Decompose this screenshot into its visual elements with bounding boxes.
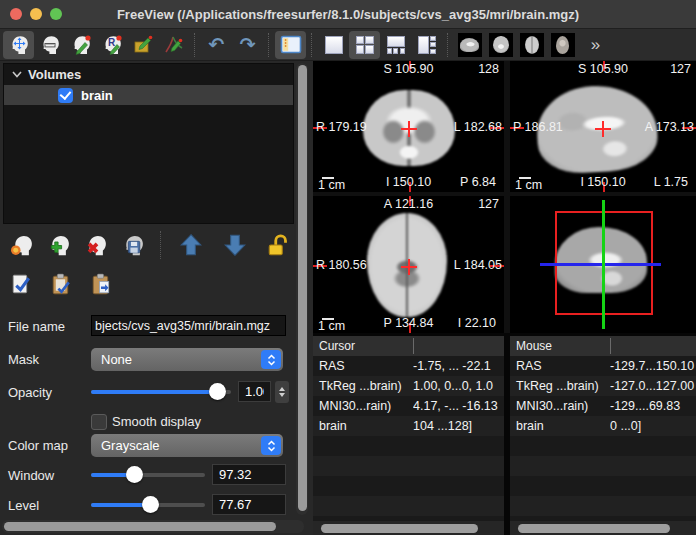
mouse-table-header[interactable]: Mouse — [510, 336, 696, 356]
opacity-slider-thumb[interactable] — [209, 383, 226, 400]
panel-toggle-icon — [279, 33, 303, 57]
close-volume-icon — [82, 232, 109, 259]
opacity-slider[interactable] — [91, 390, 231, 394]
close-button[interactable] — [10, 8, 22, 20]
sagittal-view-icon — [458, 33, 482, 57]
move-layer-down-button[interactable] — [219, 229, 251, 261]
file-name-input[interactable] — [91, 315, 286, 336]
save-volume-button[interactable] — [116, 229, 148, 261]
layout-1and3-side-button[interactable] — [411, 31, 442, 59]
voxel-edit-head-icon — [69, 33, 93, 57]
table-row: RAS-1.75, ... -22.1 — [313, 356, 504, 376]
slice-number: 127 — [670, 62, 691, 76]
coordinate-tables: Cursor RAS-1.75, ... -22.1 TkReg ...brai… — [313, 333, 696, 535]
table-row: brain104 ...128] — [313, 416, 504, 436]
cursor-table-scrollbar[interactable] — [313, 521, 504, 535]
level-value-input[interactable] — [212, 494, 286, 515]
mask-row: Mask None — [0, 348, 313, 372]
tree-group-volumes[interactable]: Volumes — [4, 64, 293, 85]
table-empty-rows — [313, 436, 504, 521]
move-layer-up-button[interactable] — [175, 229, 207, 261]
chevron-down-icon — [12, 71, 22, 78]
toggle-panel-button[interactable] — [275, 31, 306, 59]
redo-button[interactable]: ↷ — [232, 31, 263, 59]
table-row: TkReg ...brain)-127.0...127.00 — [510, 376, 696, 396]
scrollbar-thumb[interactable] — [321, 524, 478, 533]
opacity-stepper[interactable] — [275, 381, 289, 403]
path-edit-button[interactable] — [158, 31, 189, 59]
layout-1x1-button[interactable] — [318, 31, 349, 59]
roi-edit-button[interactable]: R — [96, 31, 127, 59]
tree-group-label: Volumes — [28, 67, 81, 82]
scale-label: 1 cm — [515, 178, 542, 192]
table-row: TkReg ...brain)1.00, 0...0, 1.0 — [313, 376, 504, 396]
point-set-edit-button[interactable] — [127, 31, 158, 59]
measure-button[interactable] — [34, 31, 65, 59]
close-volume-button[interactable] — [79, 229, 111, 261]
coord-anterior: A 173.13 — [645, 120, 694, 134]
window-label: Window — [8, 468, 54, 483]
view-3d[interactable] — [510, 196, 696, 333]
coord-right: R 179.19 — [316, 120, 367, 134]
minimize-button[interactable] — [30, 8, 42, 20]
lock-layer-button[interactable] — [263, 229, 295, 261]
show-all-layers-button[interactable] — [5, 268, 37, 300]
scrollbar-thumb[interactable] — [518, 524, 670, 533]
layer-actions-toolbar-2 — [0, 266, 313, 302]
navigate-button[interactable] — [3, 31, 34, 59]
toolbar-separator — [447, 33, 449, 57]
paste-settings-button[interactable] — [85, 268, 117, 300]
redo-icon: ↷ — [240, 35, 256, 54]
layout-2x2-button[interactable] — [349, 31, 380, 59]
window-slider-thumb[interactable] — [126, 466, 143, 483]
coord-superior: S 105.90 — [578, 62, 628, 76]
svg-text:R: R — [108, 37, 116, 48]
save-volume-icon — [119, 232, 146, 259]
coord-anterior: A 121.16 — [384, 197, 433, 211]
load-volume-button[interactable] — [5, 229, 37, 261]
level-slider[interactable] — [91, 503, 205, 507]
slice-line-green — [602, 200, 605, 329]
view-axial[interactable]: A 121.16 127 R 180.56 L 184.05 P 134.84 … — [313, 196, 504, 333]
scale-label: 1 cm — [318, 319, 345, 333]
cursor-table-header[interactable]: Cursor — [313, 336, 504, 356]
opacity-value-input[interactable] — [238, 381, 271, 402]
window-value-input[interactable] — [212, 464, 286, 485]
path-edit-icon — [162, 33, 186, 57]
slice-line-blue — [540, 263, 661, 266]
3d-view-button[interactable] — [547, 31, 578, 59]
new-volume-button[interactable] — [42, 229, 74, 261]
sidebar-horizontal-scrollbar[interactable] — [2, 520, 304, 533]
clipboard-paste-icon — [88, 271, 115, 298]
color-map-value: Grayscale — [101, 438, 261, 453]
toolbar-separator — [194, 33, 196, 57]
window-slider[interactable] — [91, 473, 205, 477]
view-coronal[interactable]: S 105.90 128 R 179.19 L 182.68 I 150.10 … — [313, 61, 504, 192]
layout-1x1-icon — [324, 35, 344, 55]
coord-inferior: I 22.10 — [458, 316, 496, 330]
unlock-icon — [266, 232, 292, 258]
sagittal-view-button[interactable] — [454, 31, 485, 59]
toolbar-separator — [160, 231, 162, 259]
window-row: Window — [0, 464, 313, 488]
mouse-table-scrollbar[interactable] — [510, 521, 696, 535]
level-slider-thumb[interactable] — [142, 496, 159, 513]
new-volume-icon — [45, 232, 72, 259]
axial-view-button[interactable] — [516, 31, 547, 59]
layout-2x2-icon — [355, 35, 375, 55]
smooth-display-checkbox[interactable] — [91, 414, 107, 430]
color-map-dropdown[interactable]: Grayscale — [91, 434, 283, 457]
scrollbar-thumb[interactable] — [4, 522, 276, 531]
layer-visibility-checkbox[interactable] — [58, 88, 73, 103]
voxel-edit-button[interactable] — [65, 31, 96, 59]
undo-button[interactable]: ↶ — [201, 31, 232, 59]
opacity-row: Opacity — [0, 381, 313, 405]
zoom-button[interactable] — [50, 8, 62, 20]
tree-item-brain[interactable]: brain — [4, 85, 293, 105]
view-sagittal[interactable]: S 105.90 127 P 186.81 A 173.13 I 150.10 … — [510, 61, 696, 192]
mask-dropdown[interactable]: None — [91, 348, 283, 371]
coronal-view-button[interactable] — [485, 31, 516, 59]
toolbar-overflow-button[interactable]: » — [578, 31, 609, 59]
copy-settings-button[interactable] — [45, 268, 77, 300]
layout-1and3-button[interactable] — [380, 31, 411, 59]
